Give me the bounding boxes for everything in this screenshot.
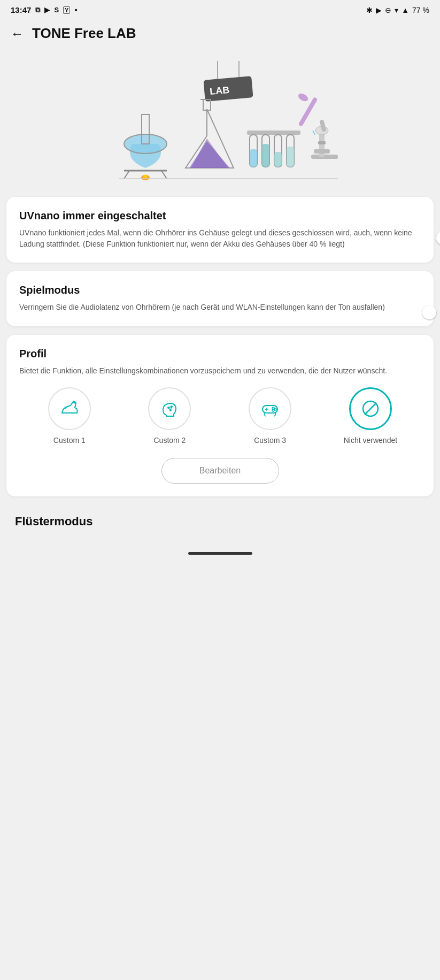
dot-indicator: • (74, 5, 77, 14)
spielmodus-title: Spielmodus (19, 284, 421, 296)
profile-icon-custom1 (48, 387, 91, 430)
svg-point-44 (272, 409, 274, 411)
svg-rect-29 (314, 149, 330, 154)
svg-rect-17 (262, 144, 269, 167)
profile-label-custom3: Custom 3 (254, 435, 286, 445)
bluetooth-icon: ✱ (366, 6, 373, 14)
svg-line-46 (365, 403, 376, 415)
page-title: TONE Free LAB (32, 25, 136, 42)
svg-line-9 (161, 171, 167, 179)
profile-icon-custom2 (148, 387, 191, 430)
flustermodus-section: Flüstermodus (0, 505, 440, 535)
svg-line-8 (124, 171, 129, 179)
uvnano-card: UVnano immer eingeschaltet UVnano funkti… (6, 197, 434, 263)
back-button[interactable]: ← (11, 26, 24, 41)
profile-icon-none (349, 387, 392, 430)
profile-item-custom1[interactable]: Custom 1 (43, 387, 96, 445)
profile-label-custom1: Custom 1 (53, 435, 86, 445)
svg-rect-19 (274, 152, 282, 167)
status-time: 13:47 (11, 5, 31, 14)
flustermodus-title: Flüstermodus (15, 515, 429, 529)
svg-rect-22 (298, 97, 318, 127)
uvnano-title: UVnano immer eingeschaltet (19, 210, 421, 222)
home-bar (188, 552, 252, 555)
spielmodus-description: Verringern Sie die Audiolatenz von Ohrhö… (19, 302, 412, 313)
profile-icons-row: Custom 1 Custom 2 (19, 387, 421, 445)
profil-card: Profil Bietet die Funktion, alle Einstel… (6, 335, 434, 496)
location-icon: ▶ (376, 6, 382, 14)
profile-icon-custom3 (249, 387, 291, 430)
profile-item-none[interactable]: Nicht verwendet (344, 387, 397, 445)
profile-item-custom2[interactable]: Custom 2 (143, 387, 196, 445)
profil-description: Bietet die Funktion, alle Einstellungsko… (19, 365, 421, 377)
lab-illustration: LAB (0, 50, 440, 197)
yale-icon: Y (63, 6, 70, 14)
youtube-icon: ▶ (44, 6, 50, 14)
svg-rect-13 (247, 131, 300, 135)
svg-rect-21 (287, 147, 294, 167)
dnd-icon: ⊖ (385, 6, 391, 14)
battery-text: 77 % (412, 6, 429, 14)
multitask-icon: ⧉ (35, 6, 40, 14)
edit-button[interactable]: Bearbeiten (161, 458, 279, 484)
spielmodus-card: Spielmodus Verringern Sie die Audiolaten… (6, 271, 434, 326)
profil-title: Profil (19, 348, 421, 360)
wifi-icon: ▾ (395, 6, 398, 14)
svg-rect-39 (263, 405, 277, 413)
profile-label-custom2: Custom 2 (153, 435, 186, 445)
uvnano-description: UVnano funktioniert jedes Mal, wenn die … (19, 227, 412, 250)
svg-rect-27 (318, 141, 326, 144)
s-icon: S (54, 6, 59, 14)
profile-label-none: Nicht verwendet (344, 435, 397, 445)
svg-point-23 (297, 92, 309, 103)
signal-icon: ▲ (402, 6, 409, 14)
profile-item-custom3[interactable]: Custom 3 (243, 387, 297, 445)
svg-line-24 (313, 131, 315, 135)
svg-text:LAB: LAB (209, 85, 230, 97)
page-header: ← TONE Free LAB (0, 18, 440, 50)
status-bar: 13:47 ⧉ ▶ S Y • ✱ ▶ ⊖ ▾ ▲ 77 % (0, 0, 440, 18)
home-indicator (0, 546, 440, 559)
svg-line-38 (168, 408, 171, 410)
svg-rect-15 (250, 149, 257, 167)
